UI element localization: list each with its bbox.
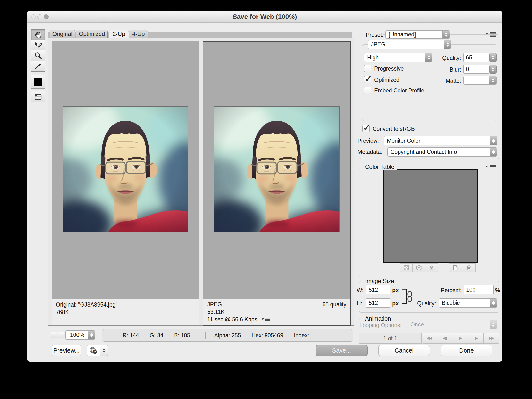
quality-field[interactable]: 65 [463, 53, 489, 62]
download-rate-menu-icon[interactable] [262, 317, 270, 322]
play-icon [458, 336, 463, 341]
map-transparency-button[interactable] [400, 263, 413, 272]
new-color-button[interactable] [449, 263, 462, 272]
embed-color-profile-checkbox[interactable] [364, 87, 371, 94]
hand-icon [34, 30, 42, 39]
preset-panel-menu-icon[interactable] [485, 32, 497, 37]
height-field[interactable]: 512 [366, 298, 390, 308]
optimized-format: JPEG [207, 301, 222, 308]
height-label: H: [357, 300, 362, 307]
slice-select-tool-button[interactable] [31, 40, 45, 50]
lock-icon [428, 264, 435, 271]
optimized-checkbox[interactable] [364, 76, 371, 83]
blur-label: Blur: [423, 66, 461, 73]
tab-original[interactable]: Original [50, 30, 75, 38]
first-frame-button[interactable] [422, 333, 437, 344]
blue-readout: B: 105 [174, 332, 190, 339]
cancel-button[interactable]: Cancel [378, 345, 430, 356]
color-table-toolbar-left [400, 263, 438, 272]
rewind-icon [426, 336, 433, 341]
animation-title: Animation [363, 315, 393, 322]
percent-field[interactable]: 100 [464, 285, 494, 294]
slices-visibility-icon [33, 93, 43, 101]
tab-optimized[interactable]: Optimized [76, 30, 108, 38]
preset-dropdown[interactable]: [Unnamed] [385, 30, 450, 39]
optimized-preview-pane[interactable]: JPEG 65 quality 53.11K 11 sec @ 56.6 Kbp… [203, 41, 351, 326]
delete-color-button[interactable] [462, 263, 476, 272]
resample-quality-label: Quality: [399, 300, 436, 307]
window-close-button[interactable] [31, 14, 36, 19]
toggle-slices-visibility-button[interactable] [31, 91, 45, 102]
original-filesize: 768K [56, 308, 195, 316]
color-table-menu-icon[interactable] [485, 165, 497, 169]
tab-4up[interactable]: 4-Up [129, 30, 148, 38]
preview-mode-dropdown[interactable]: Monitor Color [384, 136, 497, 145]
slice-select-icon [34, 41, 42, 50]
zoom-level-dropdown[interactable]: 100% [65, 330, 95, 340]
metadata-label: Metadata: [357, 149, 382, 155]
done-button[interactable]: Done [441, 345, 492, 356]
original-preview-pane[interactable]: Original: "GJ3A8954.jpg" 768K [52, 41, 200, 326]
save-button[interactable]: Save... [316, 345, 368, 356]
window-zoom-button[interactable] [44, 14, 49, 19]
browser-select-stepper[interactable] [100, 345, 108, 356]
compression-quality-dropdown[interactable]: High [364, 53, 432, 62]
magnifier-icon [34, 51, 42, 60]
minus-icon [52, 333, 56, 337]
browser-globe-icon: ? [89, 346, 97, 355]
preview-dropdown-arrows-icon [490, 136, 497, 145]
cube-icon [415, 264, 423, 271]
eyedropper-icon [34, 62, 42, 71]
width-label: W: [357, 287, 364, 294]
toolbar-divider [29, 74, 47, 74]
metadata-dropdown-arrows-icon [490, 148, 497, 156]
color-table-swatch-area[interactable] [383, 169, 478, 263]
percent-label: Percent: [423, 287, 462, 294]
hand-tool-button[interactable] [31, 30, 45, 40]
previous-frame-button[interactable] [437, 333, 453, 344]
preview-button[interactable]: Preview... [52, 345, 81, 356]
tool-palette [31, 29, 45, 72]
quality-stepper[interactable] [489, 53, 497, 62]
tab-2up[interactable]: 2-Up [109, 30, 129, 38]
matte-dropdown[interactable] [463, 76, 497, 85]
last-frame-button[interactable] [484, 333, 499, 344]
format-dropdown[interactable]: JPEG [368, 40, 451, 49]
eyedropper-color-swatch-button[interactable] [31, 75, 45, 89]
quality-label: Quality: [423, 55, 461, 61]
zoom-out-button[interactable] [51, 332, 57, 338]
eyedropper-tool-button[interactable] [31, 61, 45, 71]
play-button[interactable] [453, 333, 468, 344]
web-shift-button[interactable] [413, 263, 425, 272]
resample-dropdown-arrows-icon [490, 299, 497, 307]
window-minimize-button[interactable] [37, 14, 42, 19]
resample-quality-dropdown[interactable]: Bicubic [439, 298, 497, 308]
next-frame-button[interactable] [468, 333, 483, 344]
original-photo [63, 106, 188, 232]
preset-label: Preset: [352, 32, 383, 38]
zoom-dropdown-arrows-icon[interactable] [88, 331, 95, 339]
embed-color-profile-label: Embed Color Profile [374, 87, 424, 94]
resample-quality-value: Bicubic [439, 300, 490, 306]
metadata-dropdown[interactable]: Copyright and Contact Info [387, 147, 497, 157]
red-readout: R: 144 [123, 332, 139, 339]
lock-color-button[interactable] [425, 263, 438, 272]
width-field[interactable]: 512 [366, 285, 390, 294]
preview-in-browser-button[interactable]: ? [87, 345, 100, 356]
blur-stepper[interactable] [489, 65, 497, 74]
step-back-icon [442, 336, 448, 341]
progressive-checkbox[interactable] [364, 65, 371, 72]
frame-counter: 1 of 1 [359, 333, 422, 344]
matte-label: Matte: [423, 77, 461, 84]
desktop-background: Save for Web (100%) [0, 0, 532, 399]
zoom-in-button[interactable] [58, 332, 64, 338]
optimized-download-time: 11 sec @ 56.6 Kbps [207, 316, 257, 323]
alpha-readout: Alpha: 255 [214, 332, 241, 339]
color-table-toolbar-right [449, 263, 476, 272]
green-readout: G: 84 [150, 332, 163, 339]
blur-field[interactable]: 0 [463, 65, 489, 74]
step-forward-icon [473, 336, 478, 341]
zoom-tool-button[interactable] [31, 50, 45, 61]
convert-to-srgb-checkbox[interactable] [362, 125, 370, 132]
eyedropper-color-swatch [34, 78, 42, 86]
